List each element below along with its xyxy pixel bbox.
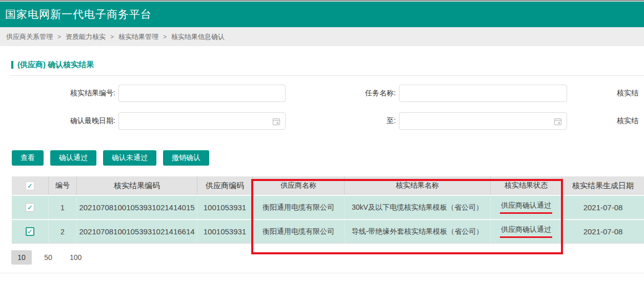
results-table: ✓ 编号 核实结果编码 供应商编码 供应商名称 核实结果名称 核实结果状态 核实… [12, 176, 644, 244]
view-button[interactable]: 查看 [12, 150, 44, 166]
filter-form: 核实结果编号: 任务名称: 核实结 确认最晚日期: 至: [0, 76, 644, 130]
header-cell-no: 编号 [49, 176, 77, 195]
table-header-row: ✓ 编号 核实结果编码 供应商编码 供应商名称 核实结果名称 核实结果状态 核实… [12, 176, 644, 195]
header-cell-result-code: 核实结果编码 [77, 176, 197, 195]
page-size-100[interactable]: 100 [65, 250, 87, 265]
app-title: 国家电网新一代电子商务平台 [5, 7, 152, 22]
date-to-label: 至: [286, 116, 396, 126]
app-header: 国家电网新一代电子商务平台 [0, 2, 644, 27]
confirm-pass-button[interactable]: 确认通过 [50, 150, 96, 166]
row-checkbox[interactable]: ✓ [26, 227, 34, 236]
row-cell-result-status: 供应商确认通过 [491, 220, 562, 243]
breadcrumb-item-result-confirmation[interactable]: 核实结果信息确认 [171, 32, 225, 42]
filter-row-2: 确认最晚日期: 至: 核实结 [10, 112, 644, 130]
row-cell-supplier-code: 1001053931 [197, 220, 253, 243]
row-cell-result-name: 30kV及以下电缆核实结果模板（省公司） [345, 196, 491, 219]
calendar-icon[interactable] [554, 117, 562, 126]
header-cell-result-name: 核实结果名称 [345, 176, 491, 195]
row-checkbox[interactable]: ✓ [26, 203, 34, 212]
header-cell-supplier-code: 供应商编码 [197, 176, 253, 195]
breadcrumb-separator: > [163, 33, 167, 41]
confirm-latest-date-label: 确认最晚日期: [10, 116, 115, 126]
breadcrumb: 供应商关系管理 > 资质能力核实 > 核实结果管理 > 核实结果信息确认 [0, 27, 644, 46]
breadcrumb-item-result-management[interactable]: 核实结果管理 [118, 32, 158, 42]
page-title-block: (供应商) 确认核实结果 [11, 60, 644, 70]
result-no-field-wrap [118, 85, 286, 102]
breadcrumb-separator: > [110, 33, 114, 41]
calendar-icon[interactable] [272, 117, 280, 126]
check-icon: ✓ [27, 183, 33, 189]
toolbar: 查看 确认通过 确认未通过 撤销确认 [12, 150, 644, 166]
row-cell-result-name: 导线-带绝缘外套核实结果模板（省公司） [345, 220, 491, 243]
date-to-input[interactable] [399, 113, 567, 129]
table-row[interactable]: ✓ 2 202107081001053931021416614 10010539… [12, 219, 644, 243]
clipped-label-result-name: 核实结 [617, 89, 638, 98]
breadcrumb-separator: > [57, 33, 61, 41]
result-no-input[interactable] [119, 85, 285, 102]
bottom-divider [0, 273, 644, 273]
task-name-field-wrap [399, 85, 567, 102]
result-no-label: 核实结果编号: [10, 89, 115, 98]
page-size-10[interactable]: 10 [11, 250, 32, 265]
revoke-confirm-button[interactable]: 撤销确认 [163, 150, 209, 166]
table-row[interactable]: ✓ 1 202107081001053931021414015 10010539… [12, 195, 644, 219]
page-title: (供应商) 确认核实结果 [17, 60, 94, 70]
row-cell-no: 2 [49, 220, 77, 243]
row-cell-checkbox: ✓ [12, 220, 49, 243]
header-cell-result-date: 核实结果生成日期 [562, 176, 644, 195]
row-cell-supplier-code: 1001053931 [197, 196, 253, 219]
row-cell-result-status: 供应商确认通过 [491, 196, 562, 219]
date-to-field-wrap [399, 112, 567, 130]
status-badge: 供应商确认通过 [500, 201, 552, 214]
clipped-label-result-status: 核实结 [617, 116, 638, 126]
confirm-latest-date-input[interactable] [119, 113, 285, 129]
row-cell-supplier-name: 衡阳通用电缆有限公司 [253, 196, 345, 219]
pagination: 10 50 100 [11, 250, 644, 265]
status-badge: 供应商确认通过 [500, 225, 552, 238]
confirm-fail-button[interactable]: 确认未通过 [103, 150, 156, 166]
title-accent-bar [11, 61, 13, 69]
breadcrumb-item-qualification-verify[interactable]: 资质能力核实 [66, 32, 106, 42]
header-cell-result-status: 核实结果状态 [491, 176, 562, 195]
select-all-checkbox[interactable]: ✓ [26, 182, 34, 190]
header-cell-supplier-name: 供应商名称 [253, 176, 345, 195]
row-cell-no: 1 [49, 196, 77, 219]
page-size-50[interactable]: 50 [38, 250, 58, 265]
row-cell-result-date: 2021-07-08 [562, 220, 644, 243]
row-cell-supplier-name: 衡阳通用电缆有限公司 [253, 220, 345, 243]
task-name-input[interactable] [399, 85, 567, 102]
filter-row-1: 核实结果编号: 任务名称: 核实结 [10, 85, 644, 102]
check-icon: ✓ [27, 204, 33, 211]
check-icon: ✓ [27, 228, 33, 235]
row-cell-checkbox: ✓ [12, 196, 49, 219]
header-cell-select-all: ✓ [12, 176, 49, 195]
row-cell-result-date: 2021-07-08 [562, 196, 644, 219]
task-name-label: 任务名称: [286, 89, 396, 98]
confirm-latest-date-field-wrap [118, 112, 286, 130]
row-cell-result-code: 202107081001053931021414015 [77, 196, 197, 219]
row-cell-result-code: 202107081001053931021416614 [77, 220, 197, 243]
breadcrumb-item-supplier-relations[interactable]: 供应商关系管理 [6, 32, 53, 42]
